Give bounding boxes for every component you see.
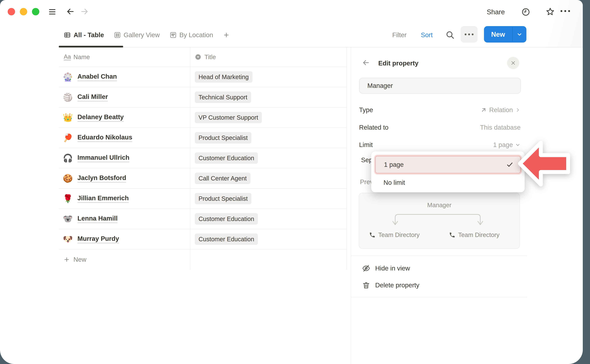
trash-icon bbox=[362, 281, 370, 289]
row-name-link[interactable]: Murray Purdy bbox=[78, 235, 119, 243]
active-tab-underline bbox=[59, 46, 123, 47]
check-icon bbox=[506, 161, 513, 168]
row-title-tag[interactable]: Customer Education bbox=[195, 152, 258, 164]
related-to-row[interactable]: Related to This database bbox=[359, 123, 521, 132]
row-name-link[interactable]: Jaclyn Botsford bbox=[78, 174, 126, 183]
table-row[interactable]: 🌹 Jillian Emmerich Product Specialist bbox=[59, 188, 347, 209]
table-row[interactable]: 🐨 Lenna Hamill Customer Education bbox=[59, 209, 347, 229]
forward-icon[interactable] bbox=[80, 7, 89, 16]
view-options-icon[interactable] bbox=[461, 26, 478, 43]
row-emoji: 🏐 bbox=[63, 93, 73, 102]
row-emoji: 🍪 bbox=[63, 174, 73, 183]
relation-preview: Manager Team Directory Team Directory bbox=[359, 193, 520, 249]
name-property-icon: Aa bbox=[64, 54, 71, 60]
traffic-lights bbox=[8, 8, 39, 15]
filter-button[interactable]: Filter bbox=[392, 31, 406, 39]
type-value: Relation bbox=[489, 106, 513, 114]
zoom-window-button[interactable] bbox=[32, 8, 39, 15]
close-icon[interactable] bbox=[507, 57, 519, 69]
row-title-tag[interactable]: Product Specialist bbox=[195, 132, 251, 143]
table-row[interactable]: 🎧 Immanuel Ullrich Customer Education bbox=[59, 148, 347, 168]
property-type-row[interactable]: Type Relation bbox=[359, 105, 521, 115]
new-button-main[interactable]: New bbox=[484, 26, 512, 43]
tab-label: Gallery View bbox=[124, 31, 160, 39]
table-row[interactable]: 🎡 Anabel Chan Head of Marketing bbox=[59, 67, 347, 87]
new-button: New bbox=[484, 26, 526, 43]
limit-dropdown-menu: 1 page No limit bbox=[371, 151, 525, 192]
new-row-button[interactable]: New bbox=[59, 249, 347, 270]
row-title-tag[interactable]: Product Specialist bbox=[195, 193, 251, 204]
row-title-tag[interactable]: Customer Education bbox=[195, 234, 258, 245]
table-header: Aa Name Title bbox=[59, 47, 347, 67]
gallery-view-icon bbox=[114, 32, 121, 39]
row-title-tag[interactable]: Head of Marketing bbox=[195, 71, 252, 83]
option-label: 1 page bbox=[384, 161, 404, 168]
column-header-name[interactable]: Name bbox=[73, 54, 90, 60]
tab-gallery-view[interactable]: Gallery View bbox=[114, 31, 160, 39]
add-row-icon bbox=[64, 256, 70, 263]
preview-target-label: Team Directory bbox=[458, 231, 499, 238]
row-name-link[interactable]: Lenna Hamill bbox=[78, 215, 118, 223]
row-name-link[interactable]: Eduardo Nikolaus bbox=[78, 134, 132, 142]
section-divider bbox=[351, 297, 527, 297]
row-title-tag[interactable]: Technical Support bbox=[195, 91, 251, 103]
sort-button[interactable]: Sort bbox=[421, 31, 433, 39]
dropdown-option-no-limit[interactable]: No limit bbox=[375, 176, 521, 190]
tab-label: By Location bbox=[179, 31, 213, 39]
new-dropdown-icon[interactable] bbox=[512, 26, 526, 43]
tab-by-location[interactable]: By Location bbox=[170, 31, 213, 39]
window-more-icon[interactable] bbox=[561, 10, 570, 12]
select-property-icon bbox=[195, 54, 201, 60]
section-divider bbox=[351, 256, 527, 256]
add-view-icon[interactable] bbox=[223, 32, 230, 38]
type-icon bbox=[480, 107, 487, 113]
table-row[interactable]: 👑 Delaney Beatty VP Customer Support bbox=[59, 108, 347, 128]
table-row[interactable]: 🏓 Eduardo Nikolaus Product Specialist bbox=[59, 128, 347, 148]
phone-icon bbox=[449, 232, 455, 238]
row-name-link[interactable]: Cali Miller bbox=[78, 93, 108, 102]
related-to-label: Related to bbox=[359, 124, 388, 131]
limit-row[interactable]: Limit 1 page bbox=[359, 140, 521, 150]
row-title-tag[interactable]: Call Center Agent bbox=[195, 173, 250, 184]
row-emoji: 🌹 bbox=[63, 194, 73, 203]
row-title-tag[interactable]: VP Customer Support bbox=[195, 112, 262, 123]
table-row[interactable]: 🏐 Cali Miller Technical Support bbox=[59, 87, 347, 108]
tab-all-table[interactable]: All - Table bbox=[64, 31, 104, 39]
table-row[interactable]: 🐶 Murray Purdy Customer Education bbox=[59, 229, 347, 249]
minimize-window-button[interactable] bbox=[20, 8, 27, 15]
search-icon[interactable] bbox=[445, 30, 455, 40]
close-window-button[interactable] bbox=[8, 8, 15, 15]
view-tabs: All - Table Gallery View By Location bbox=[64, 28, 230, 42]
column-header-title[interactable]: Title bbox=[204, 54, 216, 60]
row-name-link[interactable]: Immanuel Ullrich bbox=[78, 154, 129, 162]
preview-target: Team Directory bbox=[449, 231, 499, 238]
favorite-icon[interactable] bbox=[545, 7, 555, 17]
hide-in-view-button[interactable]: Hide in view bbox=[362, 263, 516, 273]
related-to-value: This database bbox=[480, 124, 521, 131]
row-name-link[interactable]: Jillian Emmerich bbox=[78, 195, 129, 203]
eye-off-icon bbox=[362, 264, 370, 273]
preview-target-label: Team Directory bbox=[378, 231, 420, 238]
row-emoji: 🏓 bbox=[63, 133, 73, 142]
dropdown-option-1-page[interactable]: 1 page bbox=[375, 156, 521, 173]
property-name-input[interactable] bbox=[359, 78, 521, 94]
row-title-tag[interactable]: Customer Education bbox=[195, 213, 258, 225]
row-name-link[interactable]: Delaney Beatty bbox=[78, 113, 124, 122]
tab-label: All - Table bbox=[74, 31, 104, 39]
row-emoji: 🎧 bbox=[63, 153, 73, 163]
history-icon[interactable] bbox=[521, 7, 530, 17]
back-icon[interactable] bbox=[66, 7, 75, 16]
preview-source-label: Manager bbox=[359, 202, 520, 208]
row-emoji: 🐨 bbox=[63, 214, 73, 223]
preview-target: Team Directory bbox=[369, 231, 420, 238]
panel-title: Edit property bbox=[378, 59, 418, 68]
option-label: No limit bbox=[383, 179, 405, 186]
hide-in-view-label: Hide in view bbox=[375, 265, 410, 272]
panel-back-icon[interactable] bbox=[362, 59, 370, 67]
table-row[interactable]: 🍪 Jaclyn Botsford Call Center Agent bbox=[59, 168, 347, 188]
separate-row-label-clipped: Sep bbox=[361, 156, 373, 165]
menu-icon[interactable] bbox=[48, 8, 56, 16]
share-button[interactable]: Share bbox=[487, 8, 505, 16]
delete-property-button[interactable]: Delete property bbox=[362, 280, 516, 290]
row-name-link[interactable]: Anabel Chan bbox=[78, 73, 117, 81]
